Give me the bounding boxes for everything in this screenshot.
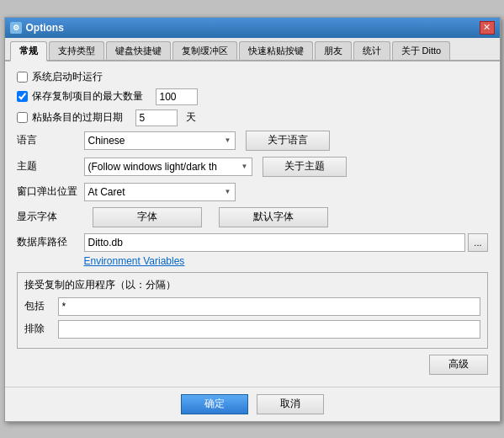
- database-row: 数据库路径 ...: [17, 233, 488, 252]
- database-label: 数据库路径: [17, 235, 84, 249]
- browse-button[interactable]: ...: [468, 233, 487, 252]
- content-area: 系统启动时运行 保存复制项目的最大数量 粘贴条目的过期日期 天 语言 Chine…: [5, 61, 500, 387]
- tab-general[interactable]: 常规: [10, 41, 47, 61]
- save-max-label: 保存复制项目的最大数量: [32, 89, 143, 104]
- startup-row: 系统启动时运行: [17, 70, 488, 84]
- popup-dropdown-arrow: ▼: [225, 188, 231, 195]
- popup-value: At Caret: [88, 186, 125, 198]
- exclude-row: 排除: [24, 320, 480, 339]
- save-max-row: 保存复制项目的最大数量: [17, 88, 488, 105]
- close-button[interactable]: ✕: [480, 21, 495, 35]
- bottom-row: 高级: [17, 355, 488, 375]
- tab-shortcuts[interactable]: 键盘快捷键: [106, 41, 171, 60]
- tab-stats[interactable]: 统计: [353, 41, 390, 60]
- ok-button[interactable]: 确定: [181, 394, 248, 414]
- startup-checkbox[interactable]: [17, 72, 28, 83]
- theme-value: (Follow windows light/dark th: [88, 161, 217, 173]
- save-max-checkbox[interactable]: [17, 91, 28, 102]
- database-path-input[interactable]: [84, 233, 466, 252]
- theme-dropdown-arrow: ▼: [241, 163, 248, 170]
- apps-group: 接受复制的应用程序（以：分隔） 包括 排除: [17, 272, 488, 349]
- language-dropdown-arrow: ▼: [225, 136, 231, 144]
- language-value: Chinese: [88, 135, 125, 147]
- apps-group-title: 接受复制的应用程序（以：分隔）: [24, 278, 480, 292]
- window-icon: ⚙: [10, 22, 22, 34]
- exclude-label: 排除: [24, 322, 58, 336]
- window-title: Options: [26, 22, 64, 34]
- footer: 确定 取消: [5, 387, 500, 421]
- expire-days-input[interactable]: [135, 110, 178, 126]
- tab-support-type[interactable]: 支持类型: [49, 41, 104, 60]
- language-label: 语言: [17, 133, 84, 147]
- tab-bar: 常规 支持类型 键盘快捷键 复制缓冲区 快速粘贴按键 朋友 统计 关于 Ditt…: [5, 38, 500, 61]
- title-bar: ⚙ Options ✕: [5, 18, 500, 38]
- expire-row: 粘贴条目的过期日期 天: [17, 110, 488, 126]
- theme-about-button[interactable]: 关于主题: [263, 157, 347, 177]
- cancel-button[interactable]: 取消: [257, 394, 324, 414]
- tab-about[interactable]: 关于 Ditto: [392, 41, 451, 60]
- popup-label: 窗口弹出位置: [17, 184, 84, 199]
- tab-quick-paste[interactable]: 快速粘贴按键: [239, 41, 313, 60]
- options-window: ⚙ Options ✕ 常规 支持类型 键盘快捷键 复制缓冲区 快速粘贴按键 朋…: [4, 17, 501, 422]
- theme-label: 主题: [17, 159, 84, 174]
- default-font-button[interactable]: 默认字体: [219, 207, 328, 227]
- env-variables-link[interactable]: Environment Variables: [84, 255, 488, 267]
- exclude-input[interactable]: [58, 320, 480, 339]
- expire-unit: 天: [186, 110, 196, 125]
- expire-checkbox[interactable]: [17, 112, 28, 123]
- tab-friends[interactable]: 朋友: [315, 41, 352, 60]
- tab-copy-buffer[interactable]: 复制缓冲区: [172, 41, 237, 60]
- advanced-button[interactable]: 高级: [429, 355, 488, 375]
- theme-select[interactable]: (Follow windows light/dark th ▼: [84, 158, 252, 176]
- popup-select[interactable]: At Caret ▼: [84, 183, 236, 201]
- theme-row: 主题 (Follow windows light/dark th ▼ 关于主题: [17, 157, 488, 177]
- include-label: 包括: [24, 299, 58, 313]
- font-label: 显示字体: [17, 210, 84, 224]
- startup-label: 系统启动时运行: [32, 70, 103, 84]
- font-row: 显示字体 字体 默认字体: [17, 207, 488, 227]
- include-row: 包括: [24, 297, 480, 316]
- expire-label: 粘贴条目的过期日期: [32, 110, 123, 125]
- font-button[interactable]: 字体: [93, 207, 202, 227]
- title-bar-left: ⚙ Options: [10, 22, 64, 34]
- language-about-button[interactable]: 关于语言: [246, 131, 330, 151]
- include-input[interactable]: [58, 297, 480, 316]
- popup-row: 窗口弹出位置 At Caret ▼: [17, 183, 488, 201]
- max-count-input[interactable]: [156, 88, 198, 105]
- language-select[interactable]: Chinese ▼: [84, 131, 236, 150]
- language-row: 语言 Chinese ▼ 关于语言: [17, 131, 488, 151]
